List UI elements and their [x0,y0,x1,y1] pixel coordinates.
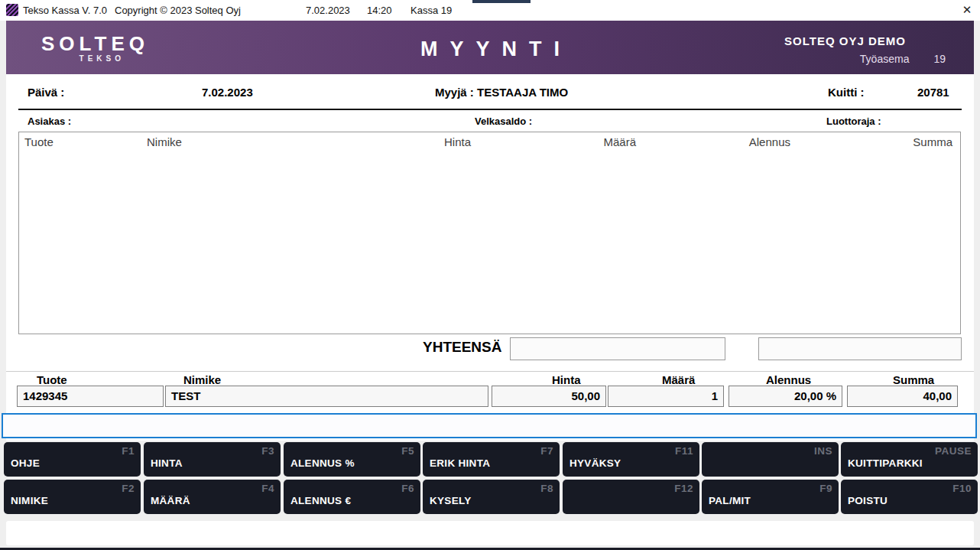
date-label: Päivä : [28,86,64,99]
cashier-label: Myyjä : TESTAAJA TIMO [435,86,568,99]
cashier-value: TESTAAJA TIMO [477,86,568,99]
debt-label: Velkasaldo : [475,116,532,127]
hyvaksy-button[interactable]: HYVÄKSYF11 [563,442,699,477]
hinta-field[interactable]: 50,00 [492,386,606,407]
alennus-eur-button[interactable]: ALENNUS €F6 [284,480,420,514]
items-table: Tuote Nimike Hinta Määrä Alennus Summa [18,132,961,334]
titlebar-register: Kassa 19 [410,5,452,16]
poistu-button[interactable]: POISTUF10 [841,480,978,514]
alennus-pct-button[interactable]: ALENNUS %F5 [284,442,420,477]
col-alennus: Alennus [749,135,790,148]
maara-button[interactable]: MÄÄRÄF4 [144,480,281,514]
command-input[interactable] [2,413,977,438]
col-maara: Määrä [603,135,636,148]
nimike-button[interactable]: NIMIKEF2 [4,480,141,514]
titlebar-date: 7.02.2023 [306,5,350,16]
titlebar-time: 14:20 [367,5,392,16]
alennus-field[interactable]: 20,00 % [729,386,842,407]
entry-label-summa: Summa [893,373,934,386]
erik-hinta-button[interactable]: ERIK HINTAF7 [423,442,560,477]
total-amount-box [510,337,725,360]
workstation-number: 19 [933,53,946,65]
hinta-button[interactable]: HINTAF3 [144,442,281,477]
tuote-field[interactable]: 1429345 [17,386,164,407]
col-summa: Summa [913,135,952,148]
col-nimike: Nimike [147,135,182,148]
customer-label: Asiakas : [28,116,71,127]
kuittiparkki-button[interactable]: KUITTIPARKKIPAUSE [841,442,978,477]
titlebar-copyright: Copyright © 2023 Solteq Oyj [115,5,241,16]
status-bar [6,521,974,545]
total-secondary-box [758,337,962,360]
entry-label-tuote: Tuote [37,373,67,386]
divider [18,109,962,110]
date-value: 7.02.2023 [202,86,253,99]
receipt-number: 20781 [917,86,949,99]
summa-field[interactable]: 40,00 [847,386,958,407]
ins-button[interactable]: INS [702,442,839,477]
receipt-label: Kuitti : [828,86,864,99]
titlebar-app-title: Tekso Kassa V. 7.0 [23,5,107,16]
col-hinta: Hinta [444,135,471,148]
entry-label-nimike: Nimike [183,373,221,386]
credit-limit-label: Luottoraja : [826,116,881,127]
app-window: Tekso Kassa V. 7.0 Copyright © 2023 Solt… [0,0,980,550]
f12-button[interactable]: F12 [563,480,699,514]
sale-header: SOLTEQ TEKSO MYYNTI SOLTEQ OYJ DEMO Työa… [6,21,974,74]
background-window-strip [472,0,531,3]
divider [6,371,974,372]
kysely-button[interactable]: KYSELYF8 [423,480,560,514]
entry-label-alennus: Alennus [766,373,811,386]
close-icon[interactable]: ✕ [959,2,975,18]
maara-field[interactable]: 1 [608,386,724,407]
workstation-label: Työasema [860,53,910,65]
entry-label-hinta: Hinta [552,373,581,386]
workstation-info: Työasema19 [860,53,946,65]
ohje-button[interactable]: OHJEF1 [4,442,141,477]
total-label: YHTEENSÄ [423,339,501,356]
col-tuote: Tuote [24,135,54,148]
company-name: SOLTEQ OYJ DEMO [784,34,906,47]
titlebar: Tekso Kassa V. 7.0 Copyright © 2023 Solt… [0,0,980,21]
nimike-field[interactable]: TEST [165,386,488,407]
entry-label-maara: Määrä [662,373,695,386]
app-icon [6,4,18,16]
pal-mit-button[interactable]: PAL/MITF9 [702,480,839,514]
